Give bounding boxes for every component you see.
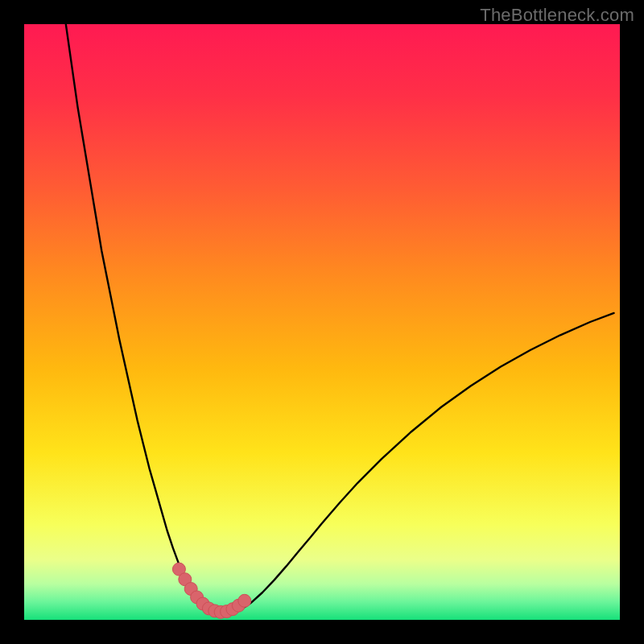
dip-markers-group — [172, 563, 250, 618]
watermark-text: TheBottleneck.com — [480, 5, 634, 26]
dip-marker — [238, 594, 251, 607]
chart-frame: TheBottleneck.com — [0, 0, 644, 644]
curve-layer — [24, 24, 620, 620]
bottleneck-curve — [66, 24, 614, 614]
plot-area — [24, 24, 620, 620]
